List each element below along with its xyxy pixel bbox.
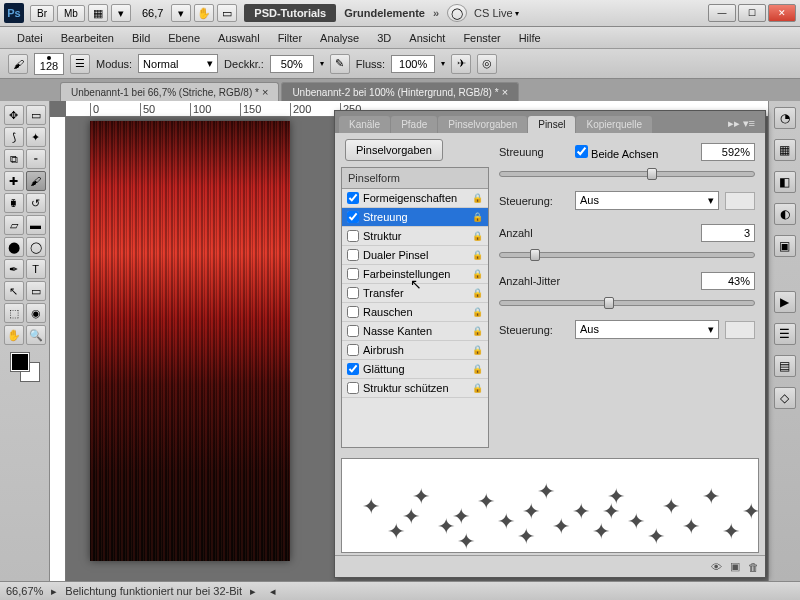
minimize-button[interactable]: — [708, 4, 736, 22]
control-select-1[interactable]: Aus▾ [575, 191, 719, 210]
lock-icon[interactable]: 🔒 [472, 269, 483, 279]
count-jitter-input[interactable]: 43% [701, 272, 755, 290]
brush-option-airbrush[interactable]: Airbrush🔒 [342, 341, 488, 360]
panel-tab-pinselvorgaben[interactable]: Pinselvorgaben [438, 116, 527, 133]
lock-icon[interactable]: 🔒 [472, 193, 483, 203]
menu-fenster[interactable]: Fenster [454, 29, 509, 47]
lasso-tool[interactable]: ⟆ [4, 127, 24, 147]
brush-option-struktur[interactable]: Struktur🔒 [342, 227, 488, 246]
control-select-2[interactable]: Aus▾ [575, 320, 719, 339]
opacity-pressure-icon[interactable]: ✎ [330, 54, 350, 74]
brush-tool-icon[interactable]: 🖌 [8, 54, 28, 74]
status-zoom[interactable]: 66,67% [6, 585, 43, 597]
lock-icon[interactable]: 🔒 [472, 250, 483, 260]
swatches-panel-icon[interactable]: ▦ [774, 139, 796, 161]
crop-tool[interactable]: ⧉ [4, 149, 24, 169]
bridge-button[interactable]: Br [30, 5, 54, 22]
eyedropper-tool[interactable]: ⁃ [26, 149, 46, 169]
option-checkbox[interactable] [347, 325, 359, 337]
brush-option-nasse-kanten[interactable]: Nasse Kanten🔒 [342, 322, 488, 341]
wand-tool[interactable]: ✦ [26, 127, 46, 147]
workspace-label[interactable]: PSD-Tutorials [244, 4, 336, 22]
brush-tip-shape-header[interactable]: Pinselform [342, 168, 488, 189]
option-checkbox[interactable] [347, 211, 359, 223]
gradient-tool[interactable]: ▬ [26, 215, 46, 235]
scatter-value-input[interactable]: 592% [701, 143, 755, 161]
opacity-dropdown-icon[interactable]: ▾ [320, 59, 324, 68]
history-brush-tool[interactable]: ↺ [26, 193, 46, 213]
option-checkbox[interactable] [347, 287, 359, 299]
adjustments-panel-icon[interactable]: ◐ [774, 203, 796, 225]
zoom-value[interactable]: 66,7 [142, 7, 163, 19]
stamp-tool[interactable]: ⧯ [4, 193, 24, 213]
channels-panel-icon[interactable]: ▤ [774, 355, 796, 377]
brush-preset-picker[interactable]: 128 [34, 53, 64, 75]
scatter-slider[interactable] [499, 171, 755, 177]
option-checkbox[interactable] [347, 382, 359, 394]
document-tab[interactable]: Unbenannt-1 bei 66,7% (Striche, RGB/8) *… [60, 82, 279, 101]
chevron-right-icon[interactable]: » [433, 7, 439, 19]
brush-option-transfer[interactable]: Transfer🔒 [342, 284, 488, 303]
count-jitter-slider[interactable] [499, 300, 755, 306]
hand-tool[interactable]: ✋ [4, 325, 24, 345]
menu-hilfe[interactable]: Hilfe [510, 29, 550, 47]
trash-icon[interactable]: 🗑 [748, 561, 759, 573]
styles-panel-icon[interactable]: ◧ [774, 171, 796, 193]
document-tab[interactable]: Unbenannt-2 bei 100% (Hintergrund, RGB/8… [281, 82, 519, 101]
zoom-dropdown-icon[interactable]: ▾ [171, 4, 191, 22]
flow-input[interactable]: 100% [391, 55, 435, 73]
brush-presets-button[interactable]: Pinselvorgaben [345, 139, 443, 161]
option-checkbox[interactable] [347, 344, 359, 356]
3d-camera-tool[interactable]: ◉ [26, 303, 46, 323]
color-swatch[interactable] [11, 353, 39, 381]
option-checkbox[interactable] [347, 192, 359, 204]
brush-option-rauschen[interactable]: Rauschen🔒 [342, 303, 488, 322]
lock-icon[interactable]: 🔒 [472, 307, 483, 317]
hand-tool-icon[interactable]: ✋ [194, 4, 214, 22]
arrange-icon[interactable]: ▭ [217, 4, 237, 22]
option-checkbox[interactable] [347, 306, 359, 318]
workspace-name[interactable]: Grundelemente [344, 7, 425, 19]
option-checkbox[interactable] [347, 230, 359, 242]
brush-tool[interactable]: 🖌 [26, 171, 46, 191]
close-button[interactable]: ✕ [768, 4, 796, 22]
paths-panel-icon[interactable]: ◇ [774, 387, 796, 409]
brush-option-streuung[interactable]: Streuung🔒 [342, 208, 488, 227]
lock-icon[interactable]: 🔒 [472, 364, 483, 374]
layers-panel-icon[interactable]: ☰ [774, 323, 796, 345]
type-tool[interactable]: T [26, 259, 46, 279]
cslive-label[interactable]: CS Live [474, 7, 513, 19]
both-axes-checkbox[interactable]: Beide Achsen [575, 145, 658, 160]
maximize-button[interactable]: ☐ [738, 4, 766, 22]
menu-ebene[interactable]: Ebene [159, 29, 209, 47]
panel-menu-icon[interactable]: ▸▸ ▾≡ [722, 114, 761, 133]
3d-tool[interactable]: ⬚ [4, 303, 24, 323]
panel-tab-kopierquelle[interactable]: Kopierquelle [576, 116, 652, 133]
option-checkbox[interactable] [347, 249, 359, 261]
blur-tool[interactable]: ⬤ [4, 237, 24, 257]
count-value-input[interactable]: 3 [701, 224, 755, 242]
menu-bild[interactable]: Bild [123, 29, 159, 47]
lock-icon[interactable]: 🔒 [472, 288, 483, 298]
brush-option-glättung[interactable]: Glättung🔒 [342, 360, 488, 379]
lock-icon[interactable]: 🔒 [472, 326, 483, 336]
lock-icon[interactable]: 🔒 [472, 345, 483, 355]
option-checkbox[interactable] [347, 268, 359, 280]
menu-bearbeiten[interactable]: Bearbeiten [52, 29, 123, 47]
menu-datei[interactable]: Datei [8, 29, 52, 47]
panel-tab-pfade[interactable]: Pfade [391, 116, 437, 133]
lock-icon[interactable]: 🔒 [472, 383, 483, 393]
minibridge-button[interactable]: Mb [57, 5, 85, 22]
opacity-input[interactable]: 50% [270, 55, 314, 73]
zoom-tool[interactable]: 🔍 [26, 325, 46, 345]
close-tab-icon[interactable]: × [499, 86, 508, 98]
brush-option-struktur-schützen[interactable]: Struktur schützen🔒 [342, 379, 488, 398]
chevron-right-icon[interactable]: ▸ [51, 585, 57, 598]
chevron-right-icon[interactable]: ▸ [250, 585, 256, 598]
dodge-tool[interactable]: ◯ [26, 237, 46, 257]
path-select-tool[interactable]: ↖ [4, 281, 24, 301]
menu-ansicht[interactable]: Ansicht [400, 29, 454, 47]
shape-tool[interactable]: ▭ [26, 281, 46, 301]
toggle-preview-icon[interactable]: 👁 [711, 561, 722, 573]
masks-panel-icon[interactable]: ▣ [774, 235, 796, 257]
